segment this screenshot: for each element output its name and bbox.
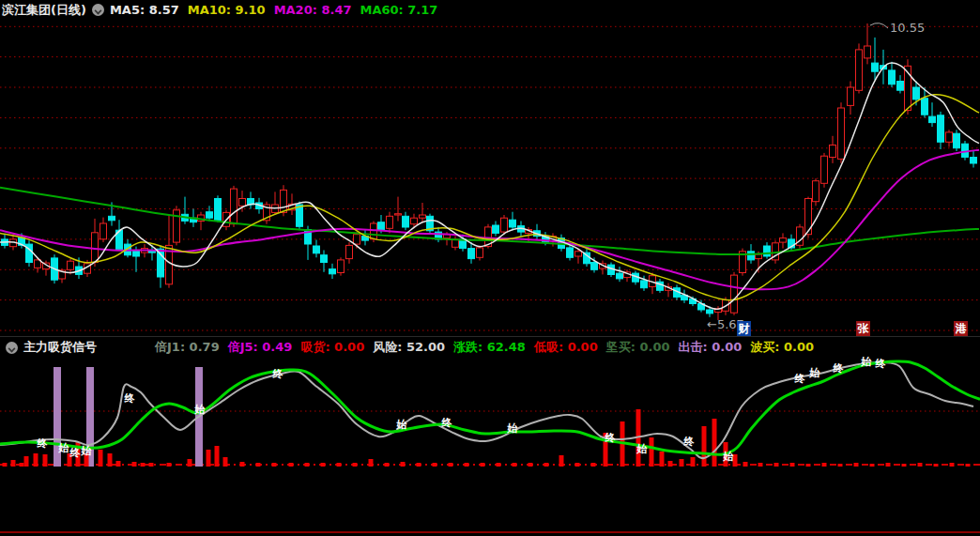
- chevron-down-icon[interactable]: [6, 342, 18, 354]
- phase-label: 始: [636, 443, 648, 455]
- phase-label: 始: [861, 357, 872, 368]
- trading-app-window: 滨江集团(日线) MA5: 8.57MA10: 9.10MA20: 8.47MA…: [0, 0, 980, 536]
- phase-label: 终: [272, 368, 284, 380]
- indicator-field: 吸货: 0.00: [300, 340, 364, 354]
- phase-label: 终: [794, 373, 806, 385]
- news-marker[interactable]: 港: [954, 321, 968, 336]
- price-annotation: 10.55: [890, 21, 925, 35]
- ma-field: MA5: 8.57: [110, 3, 179, 17]
- news-marker[interactable]: 张: [856, 321, 870, 336]
- stock-title: 滨江集团(日线): [2, 2, 86, 19]
- indicator-field: 倍J5: 0.49: [228, 340, 293, 354]
- phase-label: 始: [723, 451, 734, 463]
- ma-field: MA20: 8.47: [274, 3, 352, 17]
- chevron-down-icon[interactable]: [92, 4, 104, 16]
- phase-label: 终: [124, 392, 136, 405]
- phase-label: 始: [58, 442, 69, 454]
- phase-label: 始: [809, 367, 820, 379]
- ma-field: MA60: 7.17: [360, 3, 438, 17]
- chart-header: 滨江集团(日线) MA5: 8.57MA10: 9.10MA20: 8.47MA…: [0, 0, 980, 20]
- window-bottom-border: [0, 531, 980, 533]
- indicator-field: 涨跌: 62.48: [453, 340, 526, 354]
- candlestick-chart[interactable]: 10.55←5.67: [0, 20, 980, 336]
- ma-values: MA5: 8.57MA10: 9.10MA20: 8.47MA60: 7.17: [110, 3, 447, 17]
- indicator-values: 倍J1: 0.79倍J5: 0.49吸货: 0.00风险: 52.00涨跌: 6…: [97, 339, 822, 356]
- phase-label: 始: [396, 419, 407, 431]
- phase-label: 终: [833, 362, 845, 375]
- phase-label: 终: [37, 437, 49, 450]
- phase-label: 终: [441, 417, 453, 429]
- indicator-field: 低吸: 0.00: [534, 340, 598, 354]
- indicator-chart[interactable]: 终始终始终始终始终始终始终始终始终始终: [0, 357, 980, 469]
- phase-label: 终: [69, 447, 82, 459]
- phase-label: 终: [683, 436, 696, 448]
- phase-label: 始: [507, 422, 518, 435]
- indicator-field: 坚买: 0.00: [606, 340, 670, 354]
- indicator-field: 风险: 52.00: [373, 340, 445, 354]
- indicator-title: 主力吸货信号: [23, 339, 97, 356]
- indicator-field: 倍J1: 0.79: [155, 340, 220, 354]
- phase-label: 终: [875, 358, 887, 370]
- news-marker[interactable]: 财: [737, 321, 751, 336]
- indicator-header: 主力吸货信号 倍J1: 0.79倍J5: 0.49吸货: 0.00风险: 52.…: [0, 336, 980, 358]
- ma-field: MA10: 9.10: [188, 3, 266, 17]
- phase-label: 终: [605, 432, 617, 444]
- phase-label: 始: [194, 404, 206, 416]
- indicator-field: 出击: 0.00: [679, 340, 743, 354]
- phase-label: 始: [81, 445, 92, 457]
- indicator-field: 波买: 0.00: [750, 340, 814, 354]
